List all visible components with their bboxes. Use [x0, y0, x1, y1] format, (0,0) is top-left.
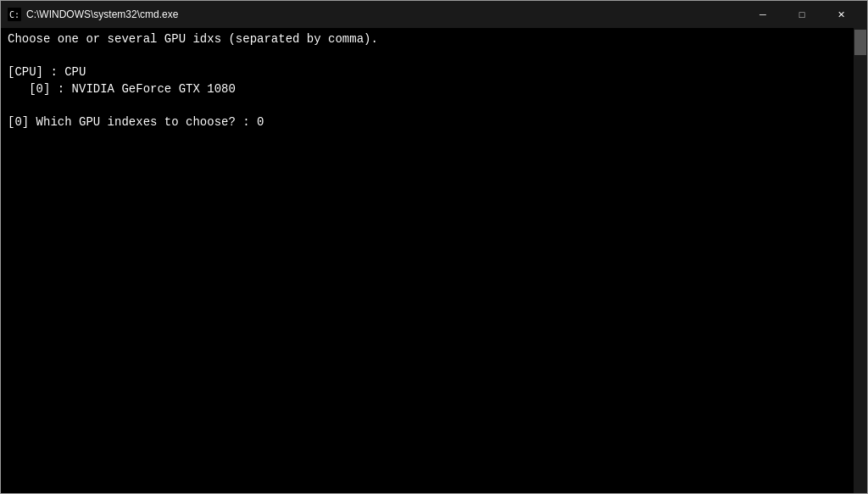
scrollbar-thumb[interactable] [854, 30, 866, 55]
cmd-icon: C: [8, 8, 21, 21]
terminal-body[interactable]: Choose one or several GPU idxs (separate… [1, 28, 867, 493]
close-button[interactable]: ✕ [821, 1, 860, 28]
titlebar-controls: ─ □ ✕ [743, 1, 860, 28]
minimize-button[interactable]: ─ [743, 1, 782, 28]
svg-text:C:: C: [9, 10, 19, 19]
titlebar-left: C: C:\WINDOWS\system32\cmd.exe [8, 8, 178, 21]
maximize-button[interactable]: □ [782, 1, 821, 28]
cmd-window: C: C:\WINDOWS\system32\cmd.exe ─ □ ✕ Cho… [0, 0, 868, 494]
window-title: C:\WINDOWS\system32\cmd.exe [26, 8, 178, 20]
scrollbar[interactable] [854, 28, 867, 493]
terminal-content: Choose one or several GPU idxs (separate… [8, 31, 860, 131]
titlebar: C: C:\WINDOWS\system32\cmd.exe ─ □ ✕ [1, 1, 867, 28]
